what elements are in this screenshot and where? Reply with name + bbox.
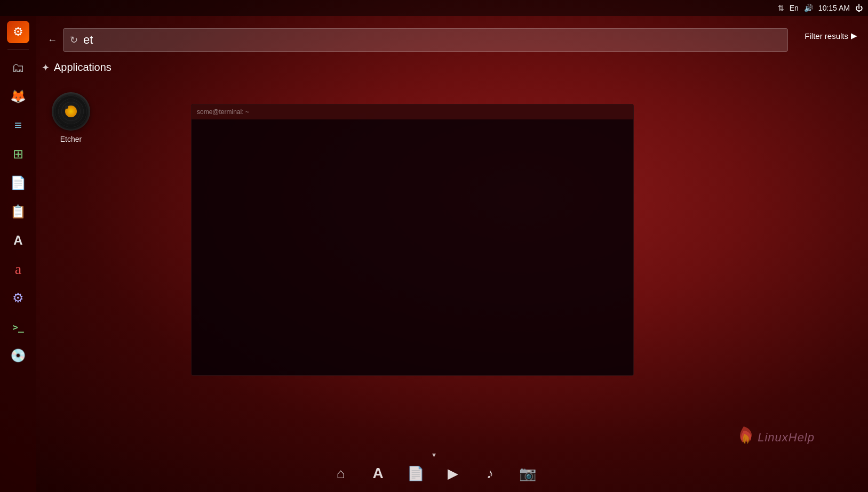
- volume-icon[interactable]: 🔊: [804, 4, 813, 12]
- firefox-icon: 🦊: [7, 85, 29, 108]
- terminal-body: [192, 119, 633, 130]
- terminal-titlebar: some@terminal: ~: [192, 104, 633, 119]
- dock-item-store[interactable]: a: [5, 256, 31, 283]
- bottom-dock-item-music[interactable]: ♪: [477, 460, 504, 487]
- photos-bottom-icon: 📷: [519, 465, 536, 482]
- keyboard-layout[interactable]: En: [790, 4, 799, 12]
- media-bottom-icon: ▶: [448, 465, 458, 482]
- dock-item-dvd[interactable]: 💿: [5, 342, 31, 369]
- bottom-dock-item-media[interactable]: ▶: [440, 460, 466, 487]
- etcher-center-dot: [65, 106, 68, 109]
- search-input[interactable]: [83, 33, 781, 47]
- search-back-button[interactable]: ←: [42, 29, 63, 51]
- etcher-icon: [52, 92, 90, 131]
- system-icon: ⚙: [7, 287, 29, 309]
- store-icon: a: [7, 258, 29, 280]
- dock-item-document[interactable]: 📄: [5, 170, 31, 196]
- topbar-right: ⇅ En 🔊 10:15 AM ⏻: [778, 4, 863, 12]
- spreadsheet-icon: ⊞: [7, 143, 29, 165]
- clock: 10:15 AM: [818, 4, 850, 12]
- back-icon: ←: [47, 35, 57, 46]
- files-icon-symbol: 🗂: [12, 60, 25, 75]
- left-dock: ⚙ 🗂 🦊 ≡ ⊞ 📄 📋: [0, 16, 36, 492]
- bottom-dock-item-files[interactable]: 📄: [402, 460, 429, 487]
- settings-icon-bg: ⚙: [7, 21, 29, 43]
- dock-item-files[interactable]: 🗂: [5, 54, 31, 81]
- text-editor-icon-symbol: ≡: [14, 118, 22, 133]
- etcher-label: Etcher: [60, 135, 82, 143]
- dock-item-firefox[interactable]: 🦊: [5, 83, 31, 110]
- filter-results-label: Filter results: [805, 31, 848, 41]
- dock-item-fonts[interactable]: A: [5, 227, 31, 254]
- presentation-icon: 📋: [7, 200, 29, 223]
- bottom-dock-arrow: ▾: [432, 450, 436, 459]
- etcher-center-circle: [65, 106, 77, 117]
- search-area: ← ↻ Filter results ▶ some@terminal: ~ ✦ …: [36, 16, 868, 492]
- firefox-icon-symbol: 🦊: [10, 89, 26, 104]
- fonts-icon: A: [7, 229, 29, 252]
- bottom-dock: ▾ ⌂ A 📄 ▶ ♪ 📷: [0, 455, 868, 492]
- dvd-icon: 💿: [7, 344, 29, 367]
- dock-item-settings[interactable]: ⚙: [5, 19, 31, 45]
- dock-item-spreadsheet[interactable]: ⊞: [5, 141, 31, 167]
- bottom-dock-item-photos[interactable]: 📷: [514, 460, 541, 487]
- app-item-etcher[interactable]: Etcher: [44, 87, 98, 149]
- power-icon[interactable]: ⏻: [855, 4, 863, 12]
- text-editor-icon: ≡: [7, 114, 29, 136]
- applications-header-icon: ✦: [42, 62, 50, 74]
- dock-item-system[interactable]: ⚙: [5, 285, 31, 311]
- spreadsheet-icon-symbol: ⊞: [13, 147, 23, 162]
- bottom-dock-item-home[interactable]: ⌂: [328, 460, 354, 487]
- document-icon-symbol: 📄: [10, 175, 26, 190]
- presentation-icon-symbol: 📋: [10, 204, 26, 219]
- search-input-wrapper: ↻: [63, 28, 788, 52]
- dock-item-text-editor[interactable]: ≡: [5, 112, 31, 139]
- filter-results-button[interactable]: Filter results ▶: [805, 31, 857, 41]
- document-icon: 📄: [7, 172, 29, 194]
- files-bottom-icon: 📄: [407, 465, 424, 482]
- applications-header: ✦ Applications: [42, 59, 868, 76]
- files-icon: 🗂: [7, 57, 29, 79]
- applications-label: Applications: [54, 61, 112, 74]
- network-icon: ⇅: [778, 4, 784, 12]
- dock-item-presentation[interactable]: 📋: [5, 198, 31, 225]
- store-icon-symbol: a: [15, 261, 21, 278]
- dvd-icon-symbol: 💿: [10, 348, 26, 363]
- terminal-icon-symbol: >_: [12, 321, 24, 333]
- terminal-title-text: some@terminal: ~: [197, 108, 249, 116]
- ubuntu-settings-icon: ⚙: [13, 25, 23, 39]
- fonts-icon-symbol: A: [13, 233, 22, 248]
- music-bottom-icon: ♪: [487, 465, 493, 482]
- filter-results-arrow: ▶: [851, 31, 857, 41]
- terminal-window: some@terminal: ~: [191, 104, 634, 376]
- terminal-icon: >_: [7, 316, 29, 338]
- dock-item-terminal[interactable]: >_: [5, 313, 31, 340]
- home-icon: ⌂: [337, 465, 345, 482]
- dock-separator-1: [7, 50, 29, 50]
- fonts-bottom-icon: A: [372, 465, 383, 482]
- system-icon-symbol: ⚙: [12, 291, 24, 305]
- topbar: ⇅ En 🔊 10:15 AM ⏻: [0, 0, 868, 16]
- search-spinner-icon: ↻: [70, 34, 78, 46]
- bottom-dock-item-fonts[interactable]: A: [365, 460, 392, 487]
- search-bar-container: ← ↻: [42, 27, 788, 53]
